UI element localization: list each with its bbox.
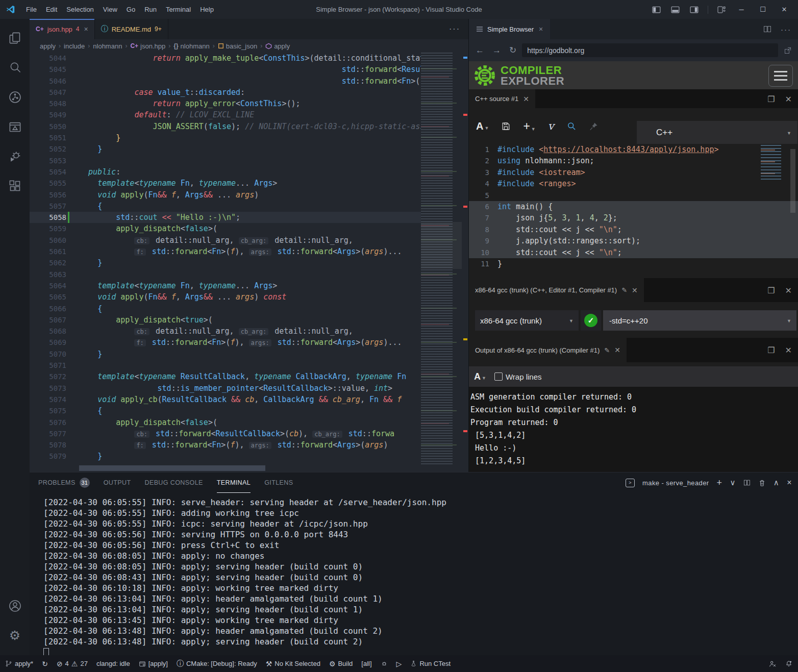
maximize-pane-icon[interactable]: ❐ (767, 94, 775, 104)
ce-output-tab[interactable]: Output of x86-64 gcc (trunk) (Compiler #… (469, 338, 627, 362)
wrap-lines-checkbox[interactable]: Wrap lines (494, 372, 542, 381)
cmake-project-item[interactable]: [apply] (139, 660, 168, 667)
menu-run[interactable]: Run (140, 6, 161, 13)
maximize-pane-icon[interactable]: ❐ (767, 345, 775, 355)
kit-item[interactable]: ⚒ No Kit Selected (266, 660, 320, 668)
settings-gear-icon[interactable]: ⚙ (0, 623, 30, 648)
close-tab-icon[interactable]: × (84, 25, 88, 33)
customize-layout-icon[interactable] (714, 6, 729, 14)
menu-view[interactable]: View (98, 6, 122, 13)
tab-gitlens[interactable]: GITLENS (264, 473, 293, 493)
close-icon[interactable]: ✕ (523, 95, 529, 103)
tab-debug-console[interactable]: DEBUG CONSOLE (144, 473, 203, 493)
language-select[interactable]: C++▼ (637, 121, 797, 144)
zoom-search-icon[interactable] (566, 121, 577, 131)
forward-icon[interactable]: → (490, 45, 504, 56)
ce-minimap[interactable] (761, 145, 784, 182)
cmake-status-item[interactable]: ⓘ CMake: [Debug]: Ready (177, 659, 257, 668)
ctest-item[interactable]: Run CTest (410, 660, 451, 667)
close-tab-icon[interactable]: × (539, 25, 543, 33)
pin-icon[interactable] (589, 121, 598, 131)
ce-code-editor[interactable]: 1#include <https://localhost:8443/apply/… (469, 144, 798, 278)
reload-icon[interactable]: ↻ (507, 45, 519, 56)
back-icon[interactable]: ← (473, 45, 487, 56)
build-item[interactable]: ⚙ Build (329, 660, 353, 668)
maximize-panel-icon[interactable]: ∧ (774, 478, 779, 487)
edit-title-icon[interactable]: ✎ (604, 346, 610, 354)
tab-simple-browser[interactable]: Simple Browser × (469, 19, 550, 39)
menu-selection[interactable]: Selection (62, 6, 98, 13)
more-actions-icon[interactable]: ··· (781, 25, 791, 34)
font-size-icon[interactable]: A▼ (474, 371, 486, 382)
git-branch-item[interactable]: apply* (5, 660, 33, 667)
close-panel-icon[interactable]: × (787, 478, 792, 487)
breadcrumb-item-apply[interactable]: apply (265, 42, 290, 50)
breadcrumb-item-apply[interactable]: apply (40, 42, 56, 50)
sync-changes-icon[interactable]: ↻ (42, 660, 48, 668)
breadcrumb-item-basic_json[interactable]: basic_json (218, 42, 257, 50)
menu-terminal[interactable]: Terminal (161, 6, 195, 13)
notifications-bell-icon[interactable] (785, 660, 793, 668)
menu-help[interactable]: Help (195, 6, 218, 13)
toggle-panel-icon[interactable] (668, 6, 683, 14)
font-size-icon[interactable]: A▼ (476, 120, 489, 132)
close-icon[interactable]: ✕ (632, 286, 638, 294)
tab-readme-md[interactable]: ⓘ README.md 9+ (95, 19, 168, 39)
menu-edit[interactable]: Edit (41, 6, 62, 13)
terminal-select[interactable]: make - serve_header (642, 479, 709, 487)
toggle-sidebar-icon[interactable] (649, 6, 664, 14)
breadcrumb-item-nlohmann[interactable]: {}nlohmann (173, 42, 209, 50)
save-icon[interactable] (501, 121, 511, 131)
breadcrumb-item-include[interactable]: include (64, 42, 85, 50)
checkbox-icon[interactable] (494, 372, 503, 381)
code-editor[interactable]: 5044 return apply_make_tuple<ConstThis>(… (30, 53, 468, 466)
minimize-button[interactable]: ─ (733, 0, 750, 19)
simple-browser-preview-icon[interactable] (0, 114, 30, 139)
horizontal-scrollbar[interactable] (79, 465, 265, 471)
hamburger-menu-icon[interactable] (768, 65, 793, 87)
debug-item[interactable] (381, 660, 388, 667)
problems-summary[interactable]: ⊘4 ⚠27 (57, 660, 88, 668)
breadcrumb-item-jsonhpp[interactable]: C+json.hpp (130, 42, 165, 50)
terminal-profile-dropdown-icon[interactable]: ∨ (730, 478, 735, 487)
minimap-slider[interactable] (421, 222, 462, 269)
kill-terminal-icon[interactable] (758, 479, 766, 487)
close-pane-icon[interactable]: ✕ (785, 94, 792, 104)
ce-source-tab[interactable]: C++ source #1 ✕ (469, 89, 535, 108)
menu-file[interactable]: File (21, 6, 41, 13)
compiler-select[interactable]: x86-64 gcc (trunk)▼ (475, 310, 579, 331)
close-button[interactable]: ✕ (776, 0, 793, 19)
terminal-content[interactable]: [2022-04-30 06:05:55] INFO: serve_header… (30, 493, 798, 656)
maximize-button[interactable]: ☐ (754, 0, 771, 19)
vim-mode-icon[interactable]: v (548, 120, 554, 132)
close-pane-icon[interactable]: ✕ (785, 345, 792, 355)
add-pane-icon[interactable]: +▼ (523, 119, 535, 133)
new-terminal-icon[interactable]: + (717, 478, 722, 488)
url-input[interactable]: https://godbolt.org (522, 43, 778, 57)
minimap[interactable] (421, 53, 462, 466)
tab-json-hpp[interactable]: C+ json.hpp 4 × (30, 19, 95, 39)
maximize-pane-icon[interactable]: ❐ (767, 285, 775, 295)
breadcrumb-item-nlohmann[interactable]: nlohmann (93, 42, 122, 50)
clangd-status[interactable]: clangd: idle (96, 660, 130, 667)
launch-item[interactable]: ▷ (396, 660, 402, 668)
close-pane-icon[interactable]: ✕ (785, 285, 792, 295)
menu-go[interactable]: Go (122, 6, 140, 13)
toggle-secondary-sidebar-icon[interactable] (687, 6, 702, 14)
build-target-item[interactable]: [all] (361, 660, 371, 667)
compiler-options-input[interactable]: -std=c++20▼ (603, 310, 796, 331)
open-external-icon[interactable] (781, 46, 794, 55)
account-icon[interactable] (0, 593, 30, 618)
edit-title-icon[interactable]: ✎ (621, 286, 627, 294)
search-icon[interactable] (0, 55, 30, 80)
split-editor-icon[interactable] (763, 25, 771, 33)
ce-logo-text[interactable]: COMPILER EXPLORER (501, 65, 564, 86)
tab-problems[interactable]: PROBLEMS 31 (38, 473, 90, 493)
tab-terminal[interactable]: TERMINAL (217, 473, 251, 493)
feedback-icon[interactable] (768, 660, 777, 668)
run-and-debug-icon[interactable] (0, 143, 30, 169)
split-terminal-icon[interactable] (743, 479, 751, 486)
source-control-icon[interactable] (0, 84, 30, 110)
extensions-icon[interactable] (0, 173, 30, 198)
close-icon[interactable]: ✕ (614, 346, 620, 354)
